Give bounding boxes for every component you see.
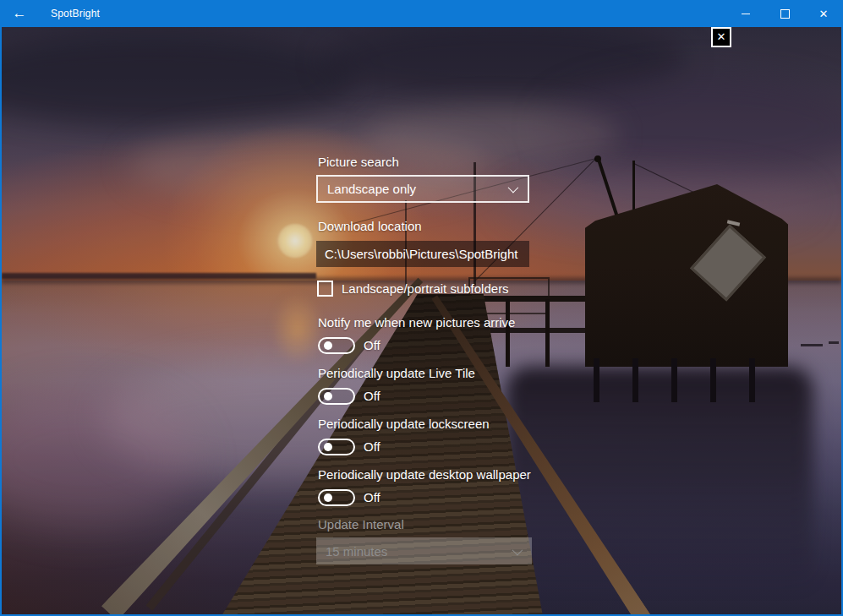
notify-label: Notify me when new pictures arrive	[318, 315, 515, 330]
wallpaper-label: Periodically update desktop wallpaper	[318, 467, 531, 482]
live-tile-state: Off	[364, 389, 380, 403]
chevron-down-icon	[512, 544, 523, 555]
maximize-button[interactable]	[765, 0, 804, 27]
notify-toggle[interactable]	[318, 337, 355, 354]
wallpaper-toggle[interactable]	[318, 489, 355, 506]
window-body: ✕ Picture search Landscape only Download…	[0, 27, 843, 616]
subfolders-row: Landscape/portrait subfolders	[317, 281, 509, 297]
update-interval-label: Update Interval	[318, 517, 404, 532]
live-tile-label: Periodically update Live Tile	[318, 366, 475, 380]
titlebar: ← SpotBright ✕	[0, 0, 843, 27]
settings-panel: Picture search Landscape only Download l…	[2, 27, 841, 614]
picture-search-label: Picture search	[318, 155, 399, 169]
maximize-icon	[780, 9, 790, 19]
close-button[interactable]: ✕	[804, 0, 843, 27]
lockscreen-toggle-row: Periodically update lockscreen Off	[318, 417, 588, 457]
live-tile-toggle-row: Periodically update Live Tile Off	[318, 366, 588, 406]
picture-search-value: Landscape only	[327, 182, 508, 196]
toggle-knob	[324, 341, 332, 350]
update-interval-value: 15 minutes	[326, 544, 512, 559]
minimize-button[interactable]	[726, 0, 765, 27]
chevron-down-icon	[508, 183, 519, 194]
subfolders-label: Landscape/portrait subfolders	[342, 281, 509, 296]
close-icon: ✕	[819, 8, 829, 19]
app-window: ← SpotBright ✕	[0, 0, 843, 616]
update-interval-dropdown: 15 minutes	[316, 537, 532, 564]
subfolders-checkbox[interactable]	[317, 281, 333, 297]
close-icon: ✕	[717, 30, 726, 43]
toggle-knob	[324, 443, 332, 451]
window-controls: ✕	[726, 0, 843, 27]
toggle-knob	[324, 493, 332, 502]
back-icon: ←	[13, 5, 27, 22]
picture-search-dropdown[interactable]: Landscape only	[316, 175, 529, 203]
settings-close-button[interactable]: ✕	[711, 27, 731, 47]
notify-toggle-row: Notify me when new pictures arrive Off	[318, 315, 588, 356]
lockscreen-toggle[interactable]	[318, 439, 355, 455]
minimize-icon	[742, 14, 750, 14]
notify-state: Off	[364, 338, 380, 352]
live-tile-toggle[interactable]	[318, 388, 355, 405]
wallpaper-state: Off	[364, 490, 380, 504]
download-location-input[interactable]	[316, 241, 529, 267]
wallpaper-toggle-row: Periodically update desktop wallpaper Of…	[318, 467, 588, 508]
lockscreen-state: Off	[364, 439, 380, 454]
app-title: SpotBright	[51, 8, 100, 19]
download-location-label: Download location	[318, 219, 422, 233]
back-button[interactable]: ←	[0, 0, 39, 27]
lockscreen-label: Periodically update lockscreen	[318, 417, 490, 431]
toggle-knob	[324, 392, 332, 401]
